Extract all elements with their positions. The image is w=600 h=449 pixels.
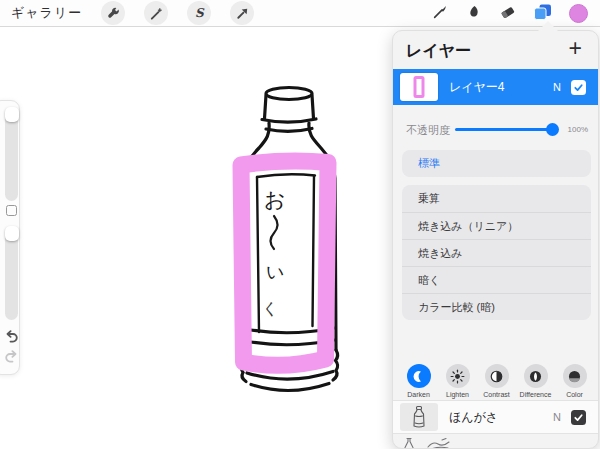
category-label: Darken bbox=[407, 391, 430, 398]
opacity-value: 100% bbox=[568, 125, 588, 134]
layer-name: ほんがさ bbox=[449, 409, 553, 426]
scribble-sketch-icon bbox=[426, 437, 452, 449]
brush-opacity-knob[interactable] bbox=[5, 226, 19, 241]
opacity-slider[interactable] bbox=[455, 128, 553, 131]
layer-row-partial[interactable] bbox=[393, 433, 598, 449]
brush-opacity-slider[interactable] bbox=[5, 226, 18, 320]
category-difference[interactable]: Difference bbox=[516, 364, 555, 398]
blend-mode-multiply[interactable]: 乗算 bbox=[402, 185, 591, 212]
category-contrast[interactable]: Contrast bbox=[477, 364, 516, 398]
brush-tool-button[interactable] bbox=[432, 3, 449, 24]
blend-mode-label: 暗く bbox=[418, 273, 440, 288]
lighten-sun-icon bbox=[446, 364, 470, 388]
bottle-cap-top bbox=[266, 88, 312, 100]
category-lighten[interactable]: Lighten bbox=[438, 364, 477, 398]
layers-panel: レイヤー + レイヤー4 N 不透明度 100% bbox=[392, 30, 599, 449]
modify-button[interactable] bbox=[6, 205, 17, 216]
blend-mode-label: カラー比較 (暗) bbox=[418, 300, 495, 315]
layer-row-selected[interactable]: レイヤー4 N bbox=[393, 69, 598, 105]
flask-sketch-icon bbox=[401, 437, 417, 449]
transform-button[interactable] bbox=[230, 1, 254, 25]
redo-button[interactable] bbox=[4, 349, 19, 367]
contrast-half-circle-icon bbox=[485, 364, 509, 388]
redo-icon bbox=[4, 350, 19, 363]
toolbar-right-group bbox=[432, 0, 588, 27]
bottle-thumb bbox=[411, 405, 427, 430]
selection-button[interactable]: S bbox=[187, 1, 211, 25]
undo-icon bbox=[4, 330, 19, 343]
popover-arrow bbox=[538, 21, 558, 31]
category-label: Contrast bbox=[483, 391, 509, 398]
eraser-tool-button[interactable] bbox=[499, 4, 516, 24]
bottle-drawing: お い く bbox=[228, 82, 352, 416]
svg-text:お: お bbox=[264, 188, 286, 212]
selection-s-icon: S bbox=[195, 6, 204, 20]
layers-icon bbox=[533, 3, 552, 21]
layers-panel-title: レイヤー bbox=[406, 41, 471, 62]
top-toolbar: ギャラリー S bbox=[0, 0, 600, 27]
svg-text:い: い bbox=[266, 261, 284, 282]
color-split-circle-icon bbox=[563, 364, 587, 388]
adjustments-button[interactable] bbox=[144, 1, 168, 25]
paint-brush-icon bbox=[432, 3, 449, 20]
blend-mode-darken[interactable]: 暗く bbox=[402, 266, 591, 293]
layer-visibility-checkbox[interactable] bbox=[571, 80, 586, 95]
label-text: お い く bbox=[262, 188, 286, 318]
pink-rect-thumb bbox=[411, 75, 427, 99]
procreate-window: ギャラリー S bbox=[0, 0, 600, 449]
magic-wand-icon bbox=[149, 6, 164, 21]
smudge-finger-icon bbox=[466, 4, 482, 20]
wrench-icon bbox=[106, 6, 121, 21]
brush-sidebar bbox=[0, 100, 20, 375]
layers-panel-header: レイヤー + bbox=[393, 31, 598, 69]
category-label: Color bbox=[566, 391, 583, 398]
brush-size-knob[interactable] bbox=[5, 107, 19, 122]
opacity-label: 不透明度 bbox=[406, 123, 450, 138]
darken-moon-icon bbox=[407, 364, 431, 388]
blend-mode-letter[interactable]: N bbox=[553, 411, 561, 423]
svg-text:く: く bbox=[262, 299, 278, 318]
category-color[interactable]: Color bbox=[555, 364, 594, 398]
blend-mode-label: 焼き込み（リニア） bbox=[418, 219, 518, 234]
brush-size-slider[interactable] bbox=[5, 107, 18, 201]
layer-thumbnail bbox=[400, 73, 438, 101]
blend-mode-letter[interactable]: N bbox=[553, 81, 561, 93]
gallery-button[interactable]: ギャラリー bbox=[11, 4, 82, 22]
blend-mode-group: 乗算 焼き込み（リニア） 焼き込み 暗く カラー比較 (暗) bbox=[402, 185, 591, 320]
checkmark-icon bbox=[573, 412, 584, 423]
blend-mode-darker-color[interactable]: カラー比較 (暗) bbox=[402, 293, 591, 320]
layer-name: レイヤー4 bbox=[449, 79, 553, 96]
category-label: Difference bbox=[520, 391, 552, 398]
blend-mode-color-burn[interactable]: 焼き込み bbox=[402, 239, 591, 266]
add-layer-button[interactable]: + bbox=[569, 35, 582, 62]
opacity-slider-knob[interactable] bbox=[546, 123, 559, 136]
layer-row-honga[interactable]: ほんがさ N bbox=[393, 400, 598, 433]
transform-arrow-icon bbox=[235, 6, 250, 21]
layer-visibility-checkbox[interactable] bbox=[571, 410, 586, 425]
blend-mode-normal-label: 標準 bbox=[418, 156, 440, 171]
actions-button[interactable] bbox=[101, 1, 125, 25]
blend-category-row: Darken Lighten bbox=[399, 364, 594, 398]
opacity-section: 不透明度 100% bbox=[393, 115, 598, 143]
blend-mode-linear-burn[interactable]: 焼き込み（リニア） bbox=[402, 212, 591, 239]
category-darken[interactable]: Darken bbox=[399, 364, 438, 398]
blend-mode-label: 焼き込み bbox=[418, 246, 463, 261]
eraser-icon bbox=[499, 4, 516, 20]
undo-button[interactable] bbox=[4, 329, 19, 347]
difference-lens-icon bbox=[524, 364, 548, 388]
layer-thumbnail bbox=[400, 403, 438, 431]
category-label: Lighten bbox=[446, 391, 469, 398]
toolbar-left-group: ギャラリー S bbox=[0, 1, 254, 25]
smudge-tool-button[interactable] bbox=[466, 4, 482, 24]
checkmark-icon bbox=[573, 82, 584, 93]
color-swatch-button[interactable] bbox=[569, 4, 588, 23]
blend-mode-normal[interactable]: 標準 bbox=[402, 150, 591, 177]
blend-mode-label: 乗算 bbox=[418, 191, 440, 206]
